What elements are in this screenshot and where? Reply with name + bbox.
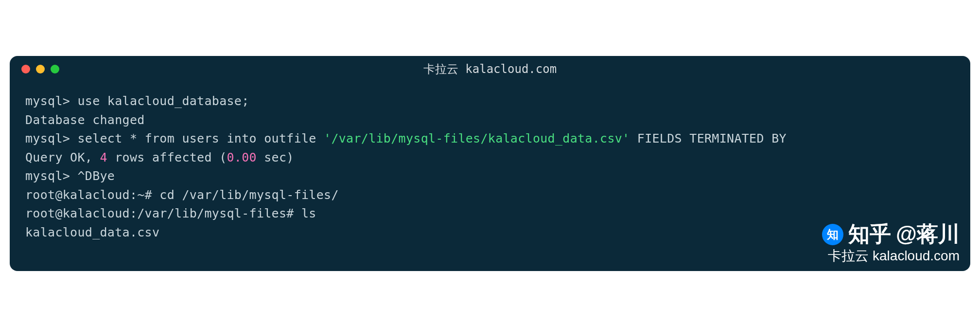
shell-prompt: root@kalacloud:/var/lib/mysql-files# — [25, 206, 301, 220]
number-value: 4 — [100, 150, 107, 164]
title-bar: 卡拉云 kalacloud.com — [10, 56, 970, 82]
window-title: 卡拉云 kalacloud.com — [423, 61, 557, 77]
zhihu-label: 知乎 — [848, 220, 891, 249]
number-value: 0.00 — [227, 150, 257, 164]
close-icon[interactable] — [21, 65, 30, 73]
terminal-window: 卡拉云 kalacloud.com mysql> use kalacloud_d… — [10, 56, 970, 271]
shell-command: ls — [301, 206, 316, 220]
sql-command: FIELDS TERMINATED BY — [630, 131, 794, 145]
watermark-brand: 卡拉云 kalacloud.com — [828, 247, 960, 265]
maximize-icon[interactable] — [51, 65, 59, 73]
output-line: rows affected ( — [107, 150, 227, 164]
watermark: 知 知乎 @蒋川 卡拉云 kalacloud.com — [822, 220, 960, 265]
zhihu-icon: 知 — [822, 224, 843, 245]
string-literal: '/var/lib/mysql-files/kalacloud_data.csv… — [324, 131, 630, 145]
sql-command: use kalacloud_database; — [77, 94, 249, 108]
output-line: Query OK, — [25, 150, 100, 164]
mysql-prompt: mysql> — [25, 169, 77, 183]
output-line: kalacloud_data.csv — [25, 223, 955, 242]
traffic-lights — [21, 65, 59, 73]
output-line: sec) — [257, 150, 294, 164]
shell-command: cd /var/lib/mysql-files/ — [159, 188, 338, 202]
watermark-author: 知 知乎 @蒋川 — [822, 220, 960, 249]
sql-command: select * from users into outfile — [77, 131, 324, 145]
author-name: @蒋川 — [896, 220, 960, 249]
minimize-icon[interactable] — [36, 65, 45, 73]
terminal-text: ^DBye — [77, 169, 115, 183]
output-line: Database changed — [25, 111, 955, 130]
mysql-prompt: mysql> — [25, 94, 77, 108]
shell-prompt: root@kalacloud:~# — [25, 188, 159, 202]
mysql-prompt: mysql> — [25, 131, 77, 145]
